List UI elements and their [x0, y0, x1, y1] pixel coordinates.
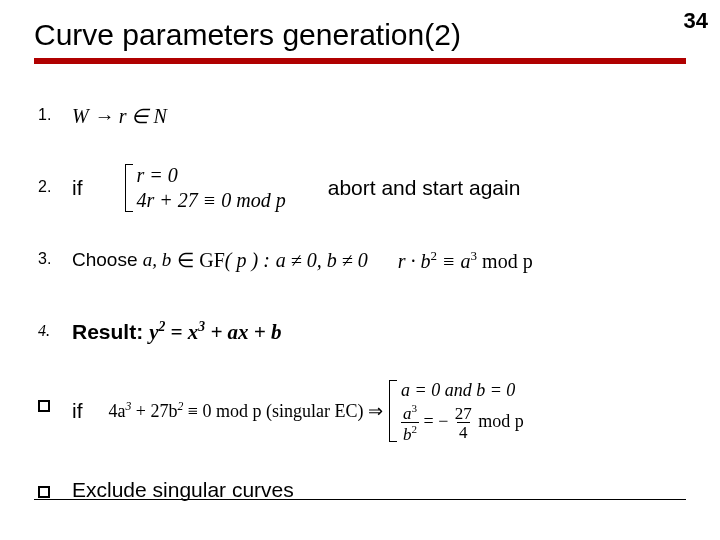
step-3-gf: ∈ GF( p ) :: [177, 248, 270, 272]
step-5-cond: 4a3 + 27b2 ≡ 0 mod p (singular EC) ⇒: [109, 400, 383, 422]
step-5: if 4a3 + 27b2 ≡ 0 mod p (singular EC) ⇒ …: [38, 380, 686, 442]
steps-list: 1. W → r ∈ N 2. if r = 0 4r + 27 ≡ 0 mod…: [34, 92, 686, 514]
step-2-cond-top: r = 0: [137, 164, 286, 187]
title-underline: [34, 58, 686, 64]
square-bullet-icon: [38, 400, 50, 412]
step-6: Exclude singular curves: [38, 466, 686, 514]
step-2-marker: 2.: [38, 164, 72, 196]
slide-body: Curve parameters generation(2) 1. W → r …: [0, 0, 720, 514]
step-4-label: Result:: [72, 320, 143, 344]
step-5-marker: [38, 380, 72, 416]
page-number: 34: [684, 8, 708, 34]
step-6-marker: [38, 466, 72, 502]
step-5-r-top: a = 0 and b = 0: [401, 380, 524, 401]
step-2-if: if: [72, 176, 83, 200]
step-1: 1. W → r ∈ N: [38, 92, 686, 140]
step-1-marker: 1.: [38, 92, 72, 124]
step-5-result: a = 0 and b = 0 a3b2 = − 274 mod p: [389, 380, 524, 442]
step-5-if: if: [72, 399, 83, 423]
step-3-cond2: r · b2 ≡ a3 mod p: [398, 248, 533, 273]
footer-rule: [34, 499, 686, 500]
step-2-cond-bot: 4r + 27 ≡ 0 mod p: [137, 189, 286, 212]
step-5-r-bot: a3b2 = − 274 mod p: [401, 403, 524, 442]
step-3-marker: 3.: [38, 236, 72, 268]
step-3: 3. Choose a, b ∈ GF( p ) : a ≠ 0, b ≠ 0 …: [38, 236, 686, 284]
step-4-marker: 4.: [38, 308, 72, 340]
step-3-cond1: a ≠ 0, b ≠ 0: [276, 249, 368, 272]
step-2: 2. if r = 0 4r + 27 ≡ 0 mod p abort and …: [38, 164, 686, 212]
step-4-eq: y2 = x3 + ax + b: [149, 319, 281, 345]
square-bullet-icon: [38, 486, 50, 498]
step-1-math: W → r ∈ N: [72, 104, 167, 128]
step-3-choose: Choose a, b: [72, 249, 171, 271]
step-2-bracket: r = 0 4r + 27 ≡ 0 mod p: [125, 164, 286, 212]
step-4: 4. Result: y2 = x3 + ax + b: [38, 308, 686, 356]
slide-title: Curve parameters generation(2): [34, 18, 686, 52]
step-2-tail: abort and start again: [328, 176, 521, 200]
